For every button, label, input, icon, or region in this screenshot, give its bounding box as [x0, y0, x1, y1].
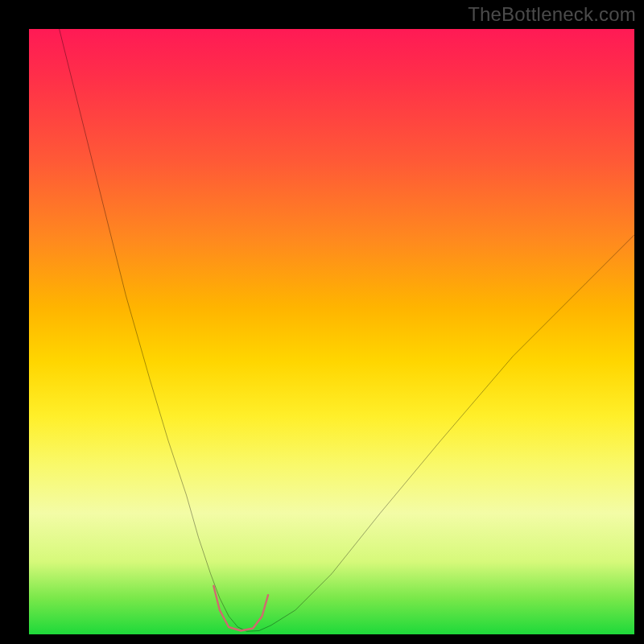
valley-marker — [213, 586, 268, 631]
watermark-text: TheBottleneck.com — [468, 3, 636, 26]
curve-layer — [29, 29, 634, 634]
plot-area — [29, 29, 634, 634]
bottleneck-curve — [60, 29, 634, 631]
chart-frame: TheBottleneck.com — [0, 0, 644, 644]
